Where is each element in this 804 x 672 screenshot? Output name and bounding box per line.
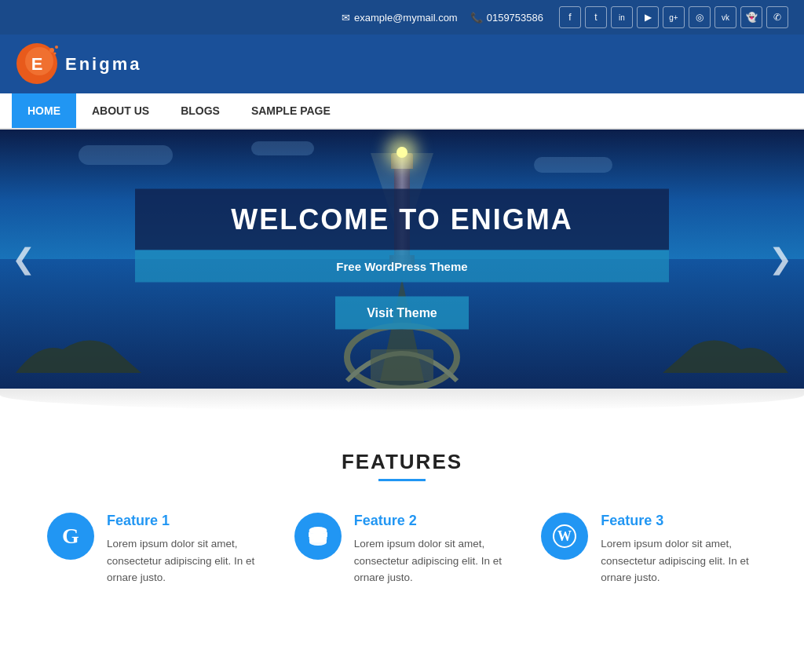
logo-bar: E Enigma [0, 35, 804, 93]
wordpress-icon: W [551, 523, 578, 550]
page-curl-separator [0, 389, 804, 411]
slider-prev-button[interactable]: ❮ [4, 235, 43, 283]
feature-2: Feature 2 Lorem ipsum dolor sit amet, co… [294, 513, 510, 586]
database-icon [306, 524, 330, 548]
feature-3: W Feature 3 Lorem ipsum dolor sit amet, … [541, 513, 757, 586]
nav-home[interactable]: HOME [12, 93, 76, 128]
feature-2-content: Feature 2 Lorem ipsum dolor sit amet, co… [354, 513, 510, 586]
rocky-coast-right [663, 310, 788, 373]
feature-3-content: Feature 3 Lorem ipsum dolor sit amet, co… [601, 513, 757, 586]
phone-text: 0159753586 [487, 12, 543, 24]
feature-2-title: Feature 2 [354, 513, 510, 529]
svg-rect-7 [371, 349, 433, 381]
svg-point-4 [55, 46, 58, 49]
feature-3-icon: W [541, 513, 588, 560]
feature-1-title: Feature 1 [107, 513, 263, 529]
twitter-icon[interactable]: t [585, 6, 607, 28]
curl-shape [0, 389, 804, 411]
cloud-1 [79, 145, 173, 165]
phone-info: 📞 0159753586 [470, 12, 543, 24]
hero-slider: ❮ ❯ WELCOME TO ENIGMA Free WordPress The… [0, 130, 804, 389]
logo[interactable]: E Enigma [16, 42, 141, 86]
hero-cta-container: Visit Theme [135, 283, 669, 330]
feature-3-description: Lorem ipsum dolor sit amet, consectetur … [601, 535, 757, 586]
contact-info: ✉ example@mymail.com 📞 0159753586 [342, 12, 543, 24]
instagram-icon[interactable]: ◎ [689, 6, 711, 28]
feature-1-content: Feature 1 Lorem ipsum dolor sit amet, co… [107, 513, 263, 586]
nav-about[interactable]: ABOUT US [76, 93, 165, 128]
youtube-icon[interactable]: ▶ [637, 6, 659, 28]
email-text: example@mymail.com [354, 12, 458, 24]
cloud-2 [534, 157, 612, 173]
email-info: ✉ example@mymail.com [342, 12, 458, 24]
feature-2-description: Lorem ipsum dolor sit amet, consectetur … [354, 535, 510, 586]
nav-sample[interactable]: SAMPLE PAGE [236, 93, 346, 128]
slider-next-button[interactable]: ❯ [761, 235, 800, 283]
lighthouse-light [397, 147, 407, 158]
phone-icon: 📞 [470, 12, 483, 24]
visit-theme-button[interactable]: Visit Theme [335, 297, 469, 330]
hero-subtitle: Free WordPress Theme [166, 260, 638, 273]
features-grid: G Feature 1 Lorem ipsum dolor sit amet, … [47, 513, 757, 586]
facebook-icon[interactable]: f [559, 6, 581, 28]
svg-text:E: E [31, 54, 43, 74]
snapchat-icon[interactable]: 👻 [740, 6, 762, 28]
feature-1-description: Lorem ipsum dolor sit amet, consectetur … [107, 535, 263, 586]
nav-bar: HOME ABOUT US BLOGS SAMPLE PAGE [0, 93, 804, 130]
whatsapp-icon[interactable]: ✆ [766, 6, 788, 28]
social-links: f t in ▶ g+ ◎ vk 👻 ✆ [559, 6, 788, 28]
nav-blogs[interactable]: BLOGS [165, 93, 236, 128]
email-icon: ✉ [342, 12, 350, 24]
vk-icon[interactable]: vk [714, 6, 736, 28]
feature-1-icon: G [47, 513, 94, 560]
hero-subtitle-box: Free WordPress Theme [135, 250, 669, 283]
svg-text:W: W [557, 528, 572, 544]
googleplus-icon[interactable]: g+ [663, 6, 685, 28]
features-underline [378, 479, 426, 481]
hero-content: WELCOME TO ENIGMA Free WordPress Theme V… [135, 189, 669, 330]
feature-1: G Feature 1 Lorem ipsum dolor sit amet, … [47, 513, 263, 586]
features-title: FEATURES [47, 450, 757, 474]
top-bar: ✉ example@mymail.com 📞 0159753586 f t in… [0, 0, 804, 35]
feature-3-title: Feature 3 [601, 513, 757, 529]
logo-icon: E [16, 42, 59, 86]
svg-point-3 [49, 48, 54, 53]
features-section: FEATURES G Feature 1 Lorem ipsum dolor s… [0, 411, 804, 618]
rocky-coast-left [16, 310, 141, 373]
svg-point-5 [54, 53, 57, 55]
hero-title: WELCOME TO ENIGMA [166, 203, 638, 236]
feature-2-icon [294, 513, 342, 560]
hero-title-box: WELCOME TO ENIGMA [135, 189, 669, 250]
google-icon: G [62, 524, 79, 549]
cloud-3 [251, 141, 314, 155]
linkedin-icon[interactable]: in [611, 6, 633, 28]
svg-point-17 [309, 539, 327, 546]
logo-name: Enigma [65, 54, 141, 75]
